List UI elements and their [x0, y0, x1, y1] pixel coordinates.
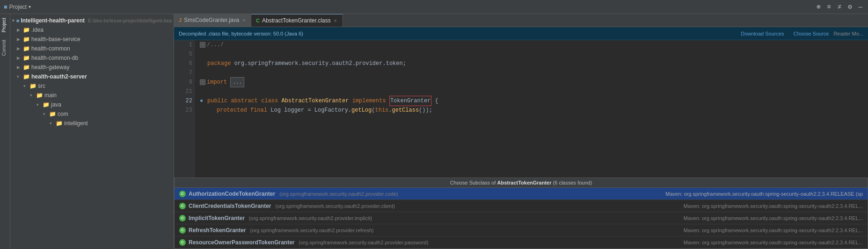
download-sources-link[interactable]: Download Sources [741, 31, 784, 36]
popup-count: (6 classes found) [553, 180, 592, 185]
code-line-7 [200, 68, 863, 78]
tree-gateway-label: health-gateway [31, 64, 69, 71]
class-icon-implicit: C [179, 215, 186, 221]
tree-base[interactable]: ▶ 📁 health-base-service [10, 35, 174, 44]
project-tree: ▾ ■ Intelligent-health-parent E:\dev-tor… [10, 14, 174, 249]
kw-protected: protected [217, 106, 247, 115]
line-num-1: 1 [174, 40, 192, 50]
list-icon[interactable]: ≡ [825, 2, 832, 12]
maven-refresh: Maven: org.springframework.security.oaut… [684, 228, 863, 233]
folder-icon-common: 📁 [23, 45, 30, 52]
kw-package: package [207, 59, 231, 68]
tab-abstract-close[interactable]: × [333, 18, 338, 23]
code-line-21 [200, 87, 863, 96]
class-pkg-client: (org.springframework.security.oauth2.pro… [274, 203, 394, 209]
import-ellipsis[interactable]: ... [230, 77, 244, 87]
tree-common-db[interactable]: ▶ 📁 health-common-db [10, 53, 174, 63]
class-pkg-refresh: (org.springframework.security.oauth2.pro… [248, 228, 373, 233]
class-name-authcode: AuthorizationCodeTokenGranter [189, 191, 275, 197]
line-num-8: 8 [174, 78, 192, 87]
tab-sms-close[interactable]: × [241, 18, 246, 23]
code-line-5 [200, 50, 863, 59]
tree-gateway[interactable]: ▶ 📁 health-gateway [10, 63, 174, 72]
top-bar: ■ Project ▾ ⊕ ≡ ≠ ⚙ — [0, 0, 868, 14]
tree-intelligent[interactable]: ▾ 📁 intelligent [10, 119, 174, 128]
diff-icon[interactable]: ≠ [836, 2, 843, 12]
tree-idea[interactable]: ▶ 📁 .idea [10, 25, 174, 35]
gutter-icon-22: ● [200, 96, 207, 106]
arrow-common-db: ▶ [17, 56, 22, 60]
class-file-icon: C [256, 18, 260, 23]
tab-bar: J SmsCodeGranter.java × C AbstractTokenG… [174, 14, 868, 27]
tokengranter-highlighted: TokenGranter [389, 96, 431, 106]
class-name-implicit: ImplicitTokenGranter [189, 215, 245, 221]
popup-item-resource[interactable]: C ResourceOwnerPasswordTokenGranter (org… [175, 236, 868, 249]
folder-icon-oauth2: 📁 [23, 73, 30, 80]
target-icon[interactable]: ⊕ [815, 2, 822, 12]
tree-root[interactable]: ▾ ■ Intelligent-health-parent E:\dev-tor… [10, 16, 174, 25]
tree-common[interactable]: ▶ 📁 health-common [10, 44, 174, 53]
arrow-com: ▾ [43, 112, 48, 116]
class-icon-resource: C [179, 239, 186, 246]
line-numbers: 1 5 6 7 8 21 22 23 [174, 40, 195, 178]
tree-src[interactable]: ▾ 📁 src [10, 81, 174, 91]
line-num-5: 5 [174, 50, 192, 59]
fold-icon-8[interactable]: - [200, 79, 205, 85]
info-bar: Decompiled .class file, bytecode version… [174, 27, 868, 40]
line-num-22: 22 [174, 96, 192, 106]
popup-item-refresh[interactable]: C RefreshTokenGranter (org.springframewo… [175, 224, 868, 236]
tree-main[interactable]: ▾ 📁 main [10, 91, 174, 100]
settings-icon[interactable]: ⚙ [846, 2, 853, 12]
info-bar-links: Download Sources Choose Source [741, 31, 829, 36]
project-icon: ■ [4, 3, 7, 10]
arrow-gateway: ▶ [17, 65, 22, 70]
sidebar-tab-project[interactable]: Project [0, 14, 10, 36]
tree-com-label: com [58, 111, 68, 117]
popup-item-authcode[interactable]: C AuthorizationCodeTokenGranter (org.spr… [175, 188, 868, 200]
tree-java-label: java [51, 101, 61, 108]
popup-classname: AbstractTokenGranter [497, 180, 552, 185]
arrow-root: ▾ [12, 18, 15, 23]
tab-abstract-label: AbstractTokenGranter.class [262, 17, 331, 24]
arrow-java: ▾ [36, 102, 41, 107]
tab-abstract[interactable]: C AbstractTokenGranter.class × [251, 14, 343, 27]
tab-sms[interactable]: J SmsCodeGranter.java × [174, 14, 251, 27]
popup-item-client[interactable]: C ClientCredentialsTokenGranter (org.spr… [175, 200, 868, 212]
project-folder-icon: ■ [16, 18, 20, 23]
reader-mode-label: Reader Mo... [833, 31, 863, 36]
folder-icon-intelligent: 📁 [56, 120, 63, 127]
project-panel: ▾ ■ Intelligent-health-parent E:\dev-tor… [10, 14, 174, 249]
tree-oauth2[interactable]: ▾ 📁 health-oauth2-server [10, 72, 174, 81]
code-line-23: protected final Log logger = LogFactory.… [200, 106, 863, 115]
class-name-refresh: RefreshTokenGranter [189, 227, 246, 234]
class-icon-client: C [179, 203, 186, 209]
kw-class: class [261, 96, 278, 106]
popup-item-implicit[interactable]: C ImplicitTokenGranter (org.springframew… [175, 212, 868, 224]
comment-text: /.../ [207, 40, 224, 50]
minimize-icon[interactable]: — [857, 2, 864, 12]
project-title: ■ Project ▾ [4, 3, 31, 10]
class-pkg-authcode: (org.springframework.security.oauth2.pro… [278, 191, 398, 197]
kw-final: final [250, 106, 267, 115]
import-dots [227, 78, 230, 87]
folder-icon-base: 📁 [23, 36, 30, 43]
code-editor: 1 5 6 7 8 21 22 23 - /.../ [174, 40, 868, 249]
tree-src-label: src [38, 83, 45, 89]
choose-source-link[interactable]: Choose Source [794, 31, 829, 36]
line-num-7: 7 [174, 68, 192, 78]
sidebar-tab-commit[interactable]: Commit [0, 36, 10, 59]
tree-common-db-label: health-common-db [31, 55, 78, 61]
arrow-intelligent: ▾ [50, 121, 54, 126]
java-file-icon: J [179, 17, 182, 23]
code-lines: - /.../ package org.springframework.secu… [195, 40, 868, 178]
line-num-21: 21 [174, 87, 192, 96]
top-bar-icons: ⊕ ≡ ≠ ⚙ — [815, 2, 864, 12]
code-line-8: - import ... [200, 78, 863, 87]
maven-resource: Maven: org.springframework.security.oaut… [684, 240, 863, 245]
kw-import: import [207, 78, 227, 87]
tree-java[interactable]: ▾ 📁 java [10, 100, 174, 109]
project-arrow[interactable]: ▾ [29, 4, 31, 9]
tree-com[interactable]: ▾ 📁 com [10, 109, 174, 119]
kw-this: this [375, 106, 388, 115]
fold-icon-1[interactable]: - [200, 42, 205, 48]
